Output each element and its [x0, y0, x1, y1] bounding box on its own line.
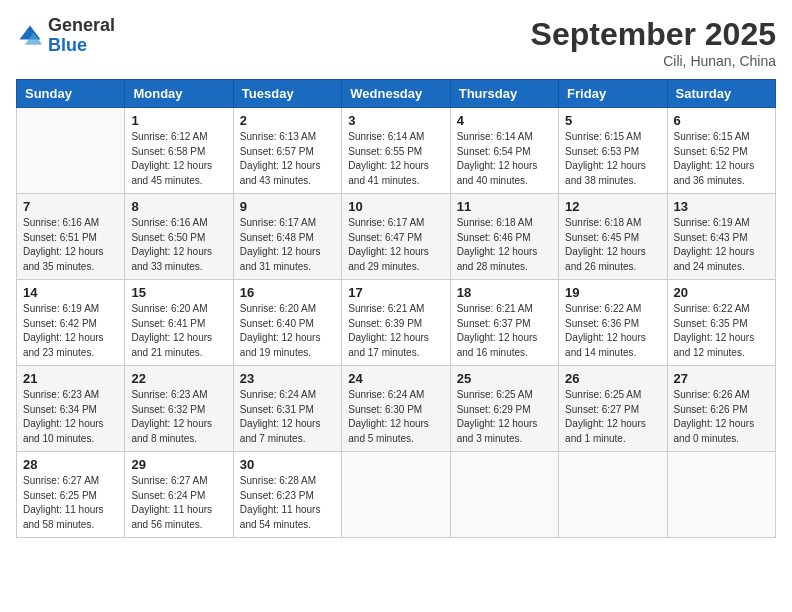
day-number: 29	[131, 457, 226, 472]
day-info: Sunrise: 6:27 AM Sunset: 6:25 PM Dayligh…	[23, 474, 118, 532]
calendar-cell: 15Sunrise: 6:20 AM Sunset: 6:41 PM Dayli…	[125, 280, 233, 366]
calendar-cell: 14Sunrise: 6:19 AM Sunset: 6:42 PM Dayli…	[17, 280, 125, 366]
day-info: Sunrise: 6:25 AM Sunset: 6:27 PM Dayligh…	[565, 388, 660, 446]
calendar-cell: 20Sunrise: 6:22 AM Sunset: 6:35 PM Dayli…	[667, 280, 775, 366]
day-number: 24	[348, 371, 443, 386]
calendar-week-row: 21Sunrise: 6:23 AM Sunset: 6:34 PM Dayli…	[17, 366, 776, 452]
calendar-week-row: 14Sunrise: 6:19 AM Sunset: 6:42 PM Dayli…	[17, 280, 776, 366]
calendar-week-row: 1Sunrise: 6:12 AM Sunset: 6:58 PM Daylig…	[17, 108, 776, 194]
month-title: September 2025	[531, 16, 776, 53]
calendar-cell: 6Sunrise: 6:15 AM Sunset: 6:52 PM Daylig…	[667, 108, 775, 194]
weekday-header-friday: Friday	[559, 80, 667, 108]
weekday-header-sunday: Sunday	[17, 80, 125, 108]
calendar-cell	[559, 452, 667, 538]
day-number: 2	[240, 113, 335, 128]
day-info: Sunrise: 6:24 AM Sunset: 6:31 PM Dayligh…	[240, 388, 335, 446]
calendar-cell: 5Sunrise: 6:15 AM Sunset: 6:53 PM Daylig…	[559, 108, 667, 194]
calendar-cell: 3Sunrise: 6:14 AM Sunset: 6:55 PM Daylig…	[342, 108, 450, 194]
day-number: 30	[240, 457, 335, 472]
day-info: Sunrise: 6:21 AM Sunset: 6:39 PM Dayligh…	[348, 302, 443, 360]
calendar-cell: 9Sunrise: 6:17 AM Sunset: 6:48 PM Daylig…	[233, 194, 341, 280]
calendar-cell	[17, 108, 125, 194]
day-info: Sunrise: 6:20 AM Sunset: 6:41 PM Dayligh…	[131, 302, 226, 360]
logo-blue-text: Blue	[48, 35, 87, 55]
calendar-cell	[342, 452, 450, 538]
title-block: September 2025 Cili, Hunan, China	[531, 16, 776, 69]
day-number: 28	[23, 457, 118, 472]
logo-general-text: General	[48, 15, 115, 35]
day-info: Sunrise: 6:16 AM Sunset: 6:51 PM Dayligh…	[23, 216, 118, 274]
day-number: 20	[674, 285, 769, 300]
day-number: 10	[348, 199, 443, 214]
weekday-header-row: SundayMondayTuesdayWednesdayThursdayFrid…	[17, 80, 776, 108]
day-number: 27	[674, 371, 769, 386]
day-number: 18	[457, 285, 552, 300]
calendar-cell: 13Sunrise: 6:19 AM Sunset: 6:43 PM Dayli…	[667, 194, 775, 280]
day-info: Sunrise: 6:17 AM Sunset: 6:48 PM Dayligh…	[240, 216, 335, 274]
page-header: General Blue September 2025 Cili, Hunan,…	[16, 16, 776, 69]
day-info: Sunrise: 6:20 AM Sunset: 6:40 PM Dayligh…	[240, 302, 335, 360]
calendar-cell: 16Sunrise: 6:20 AM Sunset: 6:40 PM Dayli…	[233, 280, 341, 366]
weekday-header-wednesday: Wednesday	[342, 80, 450, 108]
day-number: 1	[131, 113, 226, 128]
day-number: 9	[240, 199, 335, 214]
calendar-cell: 22Sunrise: 6:23 AM Sunset: 6:32 PM Dayli…	[125, 366, 233, 452]
day-info: Sunrise: 6:15 AM Sunset: 6:53 PM Dayligh…	[565, 130, 660, 188]
day-info: Sunrise: 6:22 AM Sunset: 6:35 PM Dayligh…	[674, 302, 769, 360]
day-info: Sunrise: 6:26 AM Sunset: 6:26 PM Dayligh…	[674, 388, 769, 446]
calendar-cell: 18Sunrise: 6:21 AM Sunset: 6:37 PM Dayli…	[450, 280, 558, 366]
day-number: 6	[674, 113, 769, 128]
calendar-cell: 30Sunrise: 6:28 AM Sunset: 6:23 PM Dayli…	[233, 452, 341, 538]
day-number: 21	[23, 371, 118, 386]
day-number: 3	[348, 113, 443, 128]
day-info: Sunrise: 6:17 AM Sunset: 6:47 PM Dayligh…	[348, 216, 443, 274]
calendar-cell: 28Sunrise: 6:27 AM Sunset: 6:25 PM Dayli…	[17, 452, 125, 538]
day-info: Sunrise: 6:27 AM Sunset: 6:24 PM Dayligh…	[131, 474, 226, 532]
calendar-cell: 24Sunrise: 6:24 AM Sunset: 6:30 PM Dayli…	[342, 366, 450, 452]
day-info: Sunrise: 6:19 AM Sunset: 6:42 PM Dayligh…	[23, 302, 118, 360]
day-number: 26	[565, 371, 660, 386]
day-number: 16	[240, 285, 335, 300]
calendar-cell: 7Sunrise: 6:16 AM Sunset: 6:51 PM Daylig…	[17, 194, 125, 280]
calendar-cell: 29Sunrise: 6:27 AM Sunset: 6:24 PM Dayli…	[125, 452, 233, 538]
day-number: 19	[565, 285, 660, 300]
day-number: 11	[457, 199, 552, 214]
day-number: 22	[131, 371, 226, 386]
day-info: Sunrise: 6:15 AM Sunset: 6:52 PM Dayligh…	[674, 130, 769, 188]
calendar-cell: 8Sunrise: 6:16 AM Sunset: 6:50 PM Daylig…	[125, 194, 233, 280]
calendar-cell: 27Sunrise: 6:26 AM Sunset: 6:26 PM Dayli…	[667, 366, 775, 452]
weekday-header-monday: Monday	[125, 80, 233, 108]
calendar-cell: 11Sunrise: 6:18 AM Sunset: 6:46 PM Dayli…	[450, 194, 558, 280]
day-info: Sunrise: 6:23 AM Sunset: 6:32 PM Dayligh…	[131, 388, 226, 446]
location-text: Cili, Hunan, China	[531, 53, 776, 69]
day-number: 17	[348, 285, 443, 300]
day-number: 8	[131, 199, 226, 214]
calendar-cell: 26Sunrise: 6:25 AM Sunset: 6:27 PM Dayli…	[559, 366, 667, 452]
day-number: 13	[674, 199, 769, 214]
calendar-cell: 12Sunrise: 6:18 AM Sunset: 6:45 PM Dayli…	[559, 194, 667, 280]
calendar-cell: 23Sunrise: 6:24 AM Sunset: 6:31 PM Dayli…	[233, 366, 341, 452]
day-number: 7	[23, 199, 118, 214]
day-info: Sunrise: 6:28 AM Sunset: 6:23 PM Dayligh…	[240, 474, 335, 532]
day-info: Sunrise: 6:21 AM Sunset: 6:37 PM Dayligh…	[457, 302, 552, 360]
day-info: Sunrise: 6:24 AM Sunset: 6:30 PM Dayligh…	[348, 388, 443, 446]
calendar-cell: 4Sunrise: 6:14 AM Sunset: 6:54 PM Daylig…	[450, 108, 558, 194]
day-info: Sunrise: 6:19 AM Sunset: 6:43 PM Dayligh…	[674, 216, 769, 274]
day-info: Sunrise: 6:23 AM Sunset: 6:34 PM Dayligh…	[23, 388, 118, 446]
day-info: Sunrise: 6:18 AM Sunset: 6:45 PM Dayligh…	[565, 216, 660, 274]
calendar-cell: 25Sunrise: 6:25 AM Sunset: 6:29 PM Dayli…	[450, 366, 558, 452]
day-info: Sunrise: 6:14 AM Sunset: 6:55 PM Dayligh…	[348, 130, 443, 188]
calendar-cell	[667, 452, 775, 538]
day-number: 4	[457, 113, 552, 128]
calendar-cell: 21Sunrise: 6:23 AM Sunset: 6:34 PM Dayli…	[17, 366, 125, 452]
day-info: Sunrise: 6:13 AM Sunset: 6:57 PM Dayligh…	[240, 130, 335, 188]
day-number: 25	[457, 371, 552, 386]
day-number: 23	[240, 371, 335, 386]
weekday-header-saturday: Saturday	[667, 80, 775, 108]
calendar-cell: 1Sunrise: 6:12 AM Sunset: 6:58 PM Daylig…	[125, 108, 233, 194]
weekday-header-tuesday: Tuesday	[233, 80, 341, 108]
day-number: 15	[131, 285, 226, 300]
day-info: Sunrise: 6:22 AM Sunset: 6:36 PM Dayligh…	[565, 302, 660, 360]
calendar-cell: 19Sunrise: 6:22 AM Sunset: 6:36 PM Dayli…	[559, 280, 667, 366]
day-info: Sunrise: 6:25 AM Sunset: 6:29 PM Dayligh…	[457, 388, 552, 446]
